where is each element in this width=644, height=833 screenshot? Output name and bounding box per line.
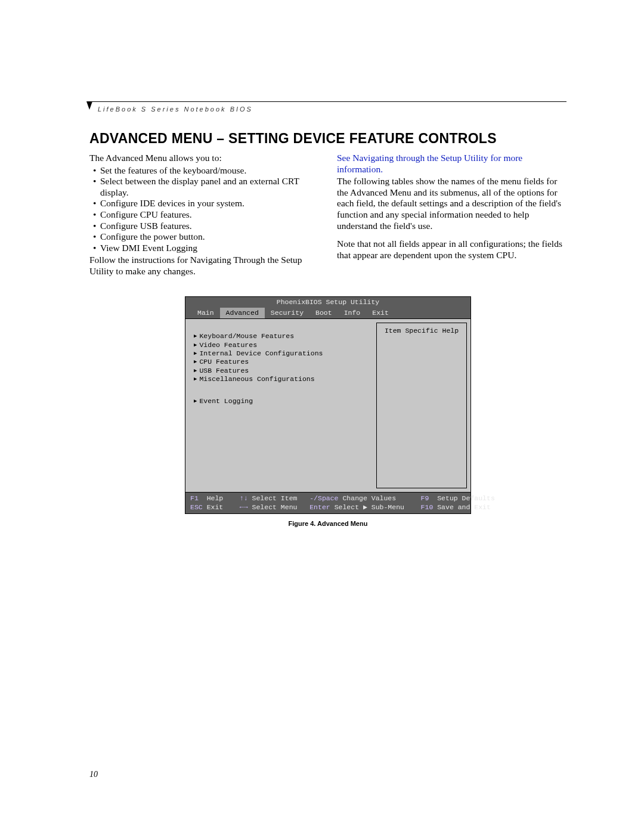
bios-menu: Keyboard/Mouse Features Video Features I… <box>185 319 376 492</box>
bios-item: Video Features <box>194 341 370 349</box>
bullet-item: Configure USB features. <box>100 221 319 232</box>
running-head: LifeBook S Series Notebook BIOS <box>98 106 566 113</box>
page-number: 10 <box>89 770 98 779</box>
label-help: Help <box>207 494 224 502</box>
bullet-item: Configure IDE devices in your system. <box>100 198 319 209</box>
key-f1: F1 <box>190 494 199 502</box>
cross-ref-link[interactable]: See Navigating through the Setup Utility… <box>337 153 566 175</box>
bullet-item: View DMI Event Logging <box>100 243 319 254</box>
bios-tab-exit: Exit <box>366 308 395 318</box>
right-p1: The following tables show the names of t… <box>337 176 566 231</box>
bios-item: USB Features <box>194 367 370 375</box>
bios-footer: F1 Help ↑↓ Select Item -/Space Change Va… <box>185 492 470 513</box>
key-f9: F9 <box>421 494 429 502</box>
key-esc: ESC <box>190 503 203 511</box>
bios-item: CPU Features <box>194 358 370 366</box>
label-select-menu: Select Menu <box>252 503 298 511</box>
key-leftright: ←→ <box>240 503 248 511</box>
bios-item: Event Logging <box>194 397 370 405</box>
bios-screen: PhoenixBIOS Setup Utility Main Advanced … <box>185 296 471 515</box>
bullet-item: Configure CPU features. <box>100 209 319 221</box>
bios-tab-info: Info <box>338 308 367 318</box>
bios-help-title: Item Specific Help <box>377 327 466 335</box>
label-exit: Exit <box>207 503 224 511</box>
bios-item: Internal Device Configurations <box>194 349 370 358</box>
left-bullet-list: Set the features of the keyboard/mouse. … <box>89 165 319 254</box>
left-intro: The Advanced Menu allows you to: <box>89 153 319 164</box>
bullet-item: Select between the display panel and an … <box>100 176 319 198</box>
bios-tabs: Main Advanced Security Boot Info Exit <box>185 308 470 318</box>
bullet-item: Set the features of the keyboard/mouse. <box>100 165 319 176</box>
header-rule <box>89 101 566 102</box>
bios-tab-security: Security <box>265 308 309 318</box>
bios-title: PhoenixBIOS Setup Utility <box>185 297 470 308</box>
header-marker-icon <box>86 101 92 110</box>
key-minus-space: -/Space <box>309 494 338 502</box>
bios-help-panel: Item Specific Help <box>376 323 467 488</box>
bios-tab-main: Main <box>191 308 220 318</box>
label-setup-defaults: Setup Defaults <box>437 494 495 502</box>
bios-tab-advanced: Advanced <box>220 308 265 318</box>
bios-item: Keyboard/Mouse Features <box>194 332 370 340</box>
page: LifeBook S Series Notebook BIOS ADVANCED… <box>0 0 644 833</box>
bullet-item: Configure the power button. <box>100 231 319 243</box>
key-enter: Enter <box>309 503 330 511</box>
label-save-exit: Save and Exit <box>437 503 491 511</box>
left-after: Follow the instructions for Navigating T… <box>89 255 319 277</box>
key-updown: ↑↓ <box>240 494 248 502</box>
left-column: The Advanced Menu allows you to: Set the… <box>89 153 319 278</box>
page-title: ADVANCED MENU – SETTING DEVICE FEATURE C… <box>89 131 566 147</box>
key-f10: F10 <box>421 503 434 511</box>
right-column: See Navigating through the Setup Utility… <box>337 153 566 278</box>
label-select-item: Select Item <box>252 494 298 502</box>
label-change-values: Change Values <box>342 494 396 502</box>
bios-figure: PhoenixBIOS Setup Utility Main Advanced … <box>185 296 471 528</box>
bios-body: Keyboard/Mouse Features Video Features I… <box>185 318 470 492</box>
bios-item: Miscellaneous Configurations <box>194 375 370 383</box>
figure-caption: Figure 4. Advanced Menu <box>185 520 471 527</box>
bios-tab-boot: Boot <box>309 308 338 318</box>
body-columns: The Advanced Menu allows you to: Set the… <box>89 153 566 278</box>
label-select-sub: Select ▶ Sub-Menu <box>335 503 404 511</box>
right-p2: Note that not all fields appear in all c… <box>337 239 566 261</box>
